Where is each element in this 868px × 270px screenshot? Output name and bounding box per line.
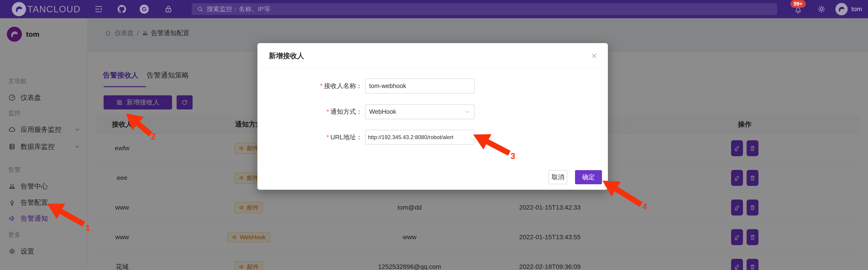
notification-count-badge: 99+ [790, 0, 806, 8]
form-row-method: *通知方式： WebHook [257, 104, 608, 119]
modal-header: 新增接收人 [257, 43, 608, 68]
user-avatar[interactable] [835, 3, 848, 15]
webhook-url-input[interactable] [365, 130, 475, 145]
menu-collapse-icon[interactable] [94, 5, 103, 14]
search-input[interactable] [207, 3, 777, 15]
search-icon [197, 6, 204, 12]
top-navbar: TANCLOUD G 99+ tom [0, 0, 868, 18]
form-row-name: *接收人名称： [257, 78, 608, 94]
github-icon[interactable] [117, 4, 127, 14]
confirm-button[interactable]: 确定 [575, 170, 602, 184]
notifications-button[interactable]: 99+ [792, 0, 817, 18]
monitor-search-box [192, 3, 777, 15]
app-root: TANCLOUD G 99+ tom tom 主导航 仪表盘 [0, 0, 868, 270]
modal-title: 新增接收人 [269, 43, 304, 68]
field-label-name: *接收人名称： [257, 78, 362, 94]
form-row-url: *URL地址： [257, 130, 608, 145]
settings-gear-icon[interactable] [817, 5, 826, 14]
lock-icon[interactable] [164, 5, 173, 14]
brand-title: TANCLOUD [27, 0, 81, 18]
close-icon[interactable] [591, 52, 598, 60]
required-asterisk: * [320, 82, 323, 90]
required-asterisk: * [327, 108, 329, 115]
add-receiver-modal: 新增接收人 *接收人名称： *通知方式： WebHook *URL地址： [257, 43, 608, 190]
field-label-url: *URL地址： [257, 130, 362, 145]
gitee-letter: G [142, 6, 147, 13]
notify-method-select[interactable]: WebHook [365, 104, 475, 119]
cancel-button[interactable]: 取消 [549, 170, 567, 184]
topbar-username: tom [851, 0, 862, 18]
modal-footer: 取消 确定 [257, 166, 608, 190]
gitee-icon[interactable]: G [140, 5, 149, 14]
field-label-method: *通知方式： [257, 104, 362, 119]
tancloud-logo-icon[interactable] [12, 2, 26, 16]
chevron-down-icon [464, 108, 470, 115]
required-asterisk: * [327, 134, 329, 141]
receiver-name-input[interactable] [365, 78, 475, 94]
